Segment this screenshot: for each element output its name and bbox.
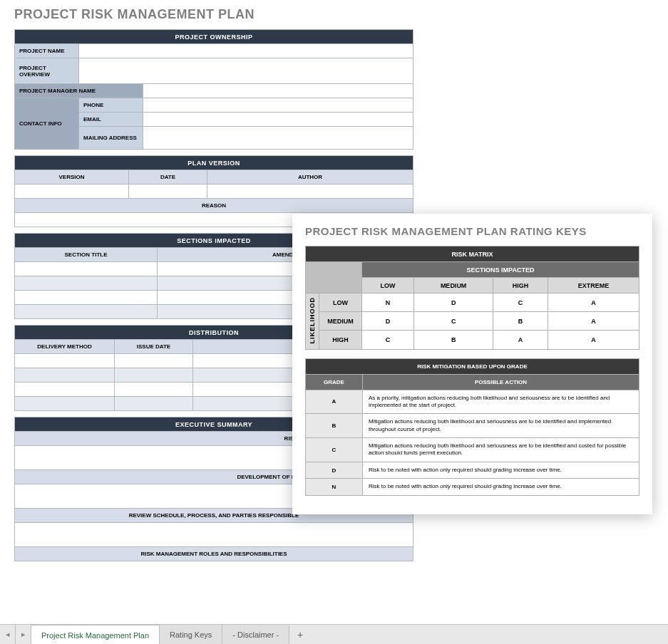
table-cell[interactable] [15,523,413,547]
project-manager-label: PROJECT MANAGER NAME [15,84,143,98]
mailing-cell[interactable] [143,127,413,150]
phone-cell[interactable] [143,98,413,113]
page-title: PROJECT RISK MANAGEMENT PLAN [14,7,654,22]
matrix-val: B [414,331,493,349]
phone-label: PHONE [79,98,143,113]
matrix-val: A [548,331,639,349]
table-cell[interactable] [15,276,158,291]
matrix-row-low: LOW [319,294,362,312]
delivery-col: DELIVERY METHOD [15,340,115,354]
tab-project-risk-plan[interactable]: Project Risk Management Plan [31,625,160,645]
matrix-val: A [493,331,548,349]
table-cell[interactable] [207,185,413,199]
project-name-cell[interactable] [79,44,413,58]
scroll-right-button[interactable]: ▸ [16,625,31,645]
author-col: AUTHOR [207,170,413,185]
grade-n: N [306,479,363,495]
table-cell[interactable] [115,354,193,368]
overlay-title: PROJECT RISK MANAGEMENT PLAN RATING KEYS [305,225,639,237]
project-overview-cell[interactable] [79,58,413,84]
issue-date-col: ISSUE DATE [115,340,193,354]
matrix-col-medium: MEDIUM [414,278,493,294]
matrix-val: D [414,294,493,312]
matrix-val: B [493,312,548,331]
matrix-val: N [362,294,414,312]
rating-keys-overlay: PROJECT RISK MANAGEMENT PLAN RATING KEYS… [292,214,652,514]
matrix-val: A [548,312,639,331]
contact-info-label: CONTACT INFO [15,98,79,150]
exec-sub4: RISK MANAGEMENT ROLES AND RESPONSIBILITI… [15,547,413,561]
table-cell[interactable] [115,368,193,383]
table-cell[interactable] [115,383,193,397]
matrix-val: A [548,294,639,312]
table-cell[interactable] [15,397,115,411]
ownership-table: PROJECT OWNERSHIP PROJECT NAME PROJECT O… [14,29,413,150]
action-b: Mitigation actions reducing both likelih… [363,414,639,438]
matrix-val: C [493,294,548,312]
project-overview-label: PROJECT OVERVIEW [15,58,79,84]
action-n: Risk to be noted with action only requir… [363,479,639,495]
matrix-likelihood-label: LIKELIHOOD [306,294,319,350]
matrix-corner [306,262,362,294]
section-title-col: SECTION TITLE [15,248,158,262]
tab-rating-keys[interactable]: Rating Keys [160,625,222,645]
table-cell[interactable] [115,397,193,411]
table-cell[interactable] [15,262,158,276]
version-col: VERSION [15,170,129,185]
table-cell[interactable] [15,354,115,368]
matrix-col-low: LOW [362,278,414,294]
ownership-header: PROJECT OWNERSHIP [15,30,413,44]
table-cell[interactable] [15,383,115,397]
matrix-val: C [414,312,493,331]
matrix-val: D [362,312,414,331]
matrix-row-high: HIGH [319,331,362,349]
grade-b: B [306,414,363,438]
sheet-tab-bar: ◂ ▸ Project Risk Management Plan Rating … [0,624,668,644]
add-sheet-button[interactable]: + [289,629,311,640]
matrix-col-extreme: EXTREME [548,278,639,294]
mailing-label: MAILING ADDRESS [79,127,143,150]
action-a: As a priority, mitigation actions reduci… [363,390,639,414]
action-d: Risk to be noted with action only requir… [363,462,639,478]
grade-c: C [306,438,363,462]
table-cell[interactable] [15,368,115,383]
grade-col: GRADE [306,374,363,390]
tab-disclaimer[interactable]: - Disclaimer - [222,625,289,645]
table-cell[interactable] [15,291,158,305]
grade-a: A [306,390,363,414]
action-col: POSSIBLE ACTION [363,374,639,390]
table-cell[interactable] [15,305,158,319]
grade-d: D [306,462,363,478]
scroll-left-button[interactable]: ◂ [0,625,16,645]
email-label: EMAIL [79,113,143,127]
risk-matrix-table: RISK MATRIX SECTIONS IMPACTED LOW MEDIUM… [305,246,639,350]
action-c: Mitigation actions reducing both likelih… [363,438,639,462]
mitigation-header: RISK MITIGATION BASED UPON GRADE [306,358,639,374]
matrix-val: C [362,331,414,349]
table-cell[interactable] [129,185,207,199]
reason-label: REASON [15,199,413,213]
matrix-sections-header: SECTIONS IMPACTED [362,262,639,278]
mitigation-table: RISK MITIGATION BASED UPON GRADE GRADE P… [305,358,639,496]
email-cell[interactable] [143,113,413,127]
project-name-label: PROJECT NAME [15,44,79,58]
plan-version-header: PLAN VERSION [15,156,413,170]
project-manager-cell[interactable] [143,84,413,98]
date-col: DATE [129,170,207,185]
matrix-col-high: HIGH [493,278,548,294]
table-cell[interactable] [15,185,129,199]
matrix-row-medium: MEDIUM [319,312,362,331]
matrix-header: RISK MATRIX [306,246,639,262]
